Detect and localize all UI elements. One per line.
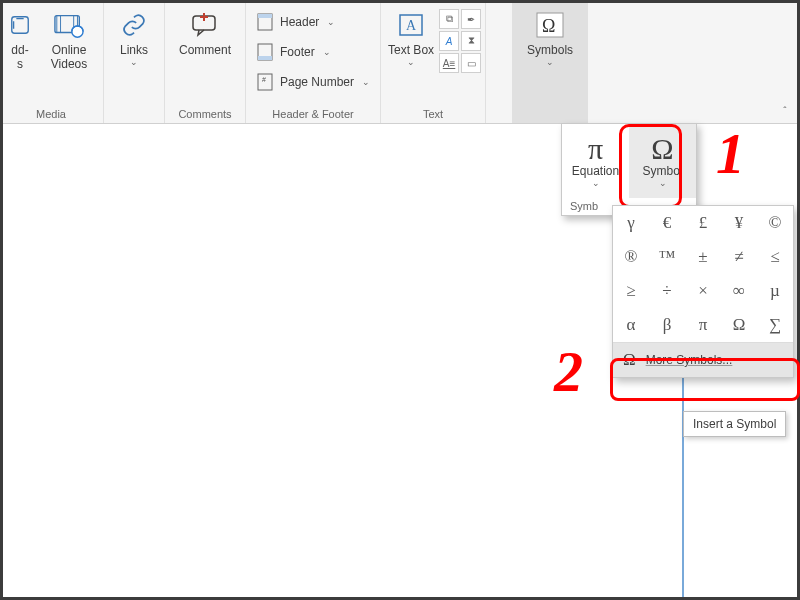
group-label-header-footer: Header & Footer (250, 106, 376, 123)
pi-icon: π (588, 134, 603, 164)
header-button[interactable]: Header ⌄ (250, 7, 376, 37)
symbol-cell[interactable]: γ (613, 206, 649, 240)
symbol-grid-panel: γ€£¥©®™±≠≤≥÷×∞µαβπΩ∑ Ω More Symbols... (612, 205, 794, 378)
comment-button[interactable]: Comment (169, 5, 241, 59)
signature-button[interactable]: ✒ (461, 9, 481, 29)
group-label-text: Text (385, 106, 481, 123)
textbox-icon: A (395, 9, 427, 41)
comment-label: Comment (179, 43, 231, 57)
links-label: Links (120, 43, 148, 57)
symbol-label: Symbol (642, 164, 682, 178)
symbol-cell[interactable]: £ (685, 206, 721, 240)
group-label-symbols (516, 106, 584, 123)
group-links: Links ⌄ (104, 3, 165, 123)
symbol-cell[interactable]: ™ (649, 240, 685, 274)
collapse-ribbon-button[interactable]: ˆ (775, 101, 795, 121)
omega-icon: Ω (534, 9, 566, 41)
svg-text:Ω: Ω (542, 16, 555, 36)
comment-icon (189, 9, 221, 41)
symbol-cell[interactable]: µ (757, 274, 793, 308)
symbol-cell[interactable]: ∑ (757, 308, 793, 342)
group-media: dd- s Online Videos Media (3, 3, 104, 123)
omega-icon: Ω (623, 350, 636, 370)
symbol-cell[interactable]: € (649, 206, 685, 240)
symbol-cell[interactable]: ® (613, 240, 649, 274)
addins-icon (4, 9, 36, 41)
online-videos-button[interactable]: Online Videos (39, 5, 99, 74)
more-symbols-button[interactable]: Ω More Symbols... (613, 342, 793, 377)
links-button[interactable]: Links ⌄ (108, 5, 160, 70)
svg-text:A: A (406, 18, 417, 33)
footer-button[interactable]: Footer ⌄ (250, 37, 376, 67)
symbol-cell[interactable]: π (685, 308, 721, 342)
page-number-icon: # (256, 73, 274, 91)
symbol-cell[interactable]: ≠ (721, 240, 757, 274)
symbol-cell[interactable]: × (685, 274, 721, 308)
tooltip-insert-symbol: Insert a Symbol (683, 411, 786, 437)
chevron-down-icon: ⌄ (546, 57, 554, 68)
page-number-label: Page Number (280, 75, 354, 89)
addins-label: dd- (11, 43, 28, 57)
links-icon (118, 9, 150, 41)
symbol-cell[interactable]: α (613, 308, 649, 342)
datetime-button[interactable]: ⧗ (461, 31, 481, 51)
group-header-footer: Header ⌄ Footer ⌄ # Page Nu (246, 3, 381, 123)
ribbon: dd- s Online Videos Media Li (3, 3, 797, 124)
more-symbols-label: More Symbols... (646, 353, 733, 367)
symbol-cell[interactable]: © (757, 206, 793, 240)
symbol-button[interactable]: Ω Symbol ⌄ (629, 124, 696, 198)
chevron-down-icon: ⌄ (130, 57, 138, 68)
textbox-label: Text Box (388, 43, 434, 57)
symbol-cell[interactable]: ¥ (721, 206, 757, 240)
chevron-down-icon: ⌄ (407, 57, 415, 68)
omega-icon: Ω (651, 134, 673, 164)
page-number-button[interactable]: # Page Number ⌄ (250, 67, 376, 97)
chevron-down-icon: ⌄ (659, 178, 667, 188)
equation-button[interactable]: π Equation ⌄ (562, 124, 629, 198)
text-mini-grid: ⧉ ✒ A ⧗ A≡ ▭ (439, 5, 481, 73)
symbol-cell[interactable]: β (649, 308, 685, 342)
textbox-button[interactable]: A Text Box ⌄ (385, 5, 437, 70)
symbols-button[interactable]: Ω Symbols ⌄ (520, 5, 580, 70)
dropcap-button[interactable]: A≡ (439, 53, 459, 73)
symbols-dropdown: π Equation ⌄ Ω Symbol ⌄ Symb (561, 123, 697, 216)
symbol-cell[interactable]: ± (685, 240, 721, 274)
wordart-button[interactable]: A (439, 31, 459, 51)
header-label: Header (280, 15, 319, 29)
addins-button[interactable]: dd- s (3, 5, 37, 74)
spacer (486, 3, 512, 123)
footer-icon (256, 43, 274, 61)
group-text: A Text Box ⌄ ⧉ ✒ A ⧗ A≡ ▭ Text (381, 3, 486, 123)
equation-label: Equation (572, 164, 619, 178)
group-label-media: Media (3, 106, 99, 123)
object-button[interactable]: ▭ (461, 53, 481, 73)
quickparts-button[interactable]: ⧉ (439, 9, 459, 29)
svg-rect-2 (57, 16, 61, 33)
chevron-down-icon: ⌄ (323, 47, 331, 57)
header-icon (256, 13, 274, 31)
group-label-comments: Comments (169, 106, 241, 123)
group-label-links (108, 106, 160, 123)
symbol-cell[interactable]: ≥ (613, 274, 649, 308)
annotation-callout-1: 1 (716, 125, 745, 183)
footer-label: Footer (280, 45, 315, 59)
symbols-label: Symbols (527, 43, 573, 57)
annotation-callout-2: 2 (554, 343, 583, 401)
svg-text:#: # (262, 76, 266, 83)
symbol-cell[interactable]: ÷ (649, 274, 685, 308)
chevron-down-icon: ⌄ (327, 17, 335, 27)
online-videos-label: Online Videos (41, 43, 97, 72)
chevron-down-icon: ⌄ (362, 77, 370, 87)
symbol-cell[interactable]: Ω (721, 308, 757, 342)
addins-sub: s (17, 57, 23, 71)
svg-rect-9 (258, 14, 272, 18)
symbol-cell[interactable]: ∞ (721, 274, 757, 308)
group-comments: Comment Comments (165, 3, 246, 123)
online-videos-icon (53, 9, 85, 41)
chevron-down-icon: ⌄ (592, 178, 600, 188)
ribbon-tail: ˆ (588, 3, 797, 123)
group-symbols: Ω Symbols ⌄ (512, 3, 588, 123)
symbol-cell[interactable]: ≤ (757, 240, 793, 274)
svg-rect-11 (258, 56, 272, 60)
